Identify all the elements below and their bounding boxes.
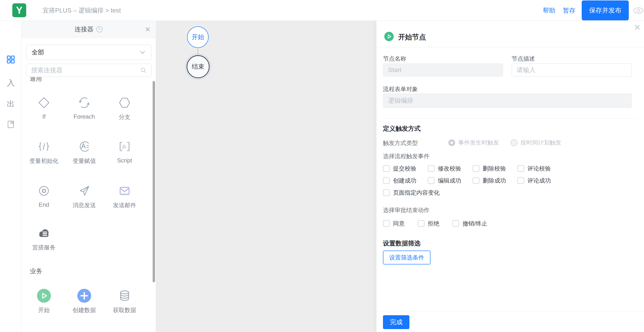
- rail-notes-tab[interactable]: [0, 120, 22, 129]
- checkbox-agree[interactable]: 同意: [383, 220, 405, 227]
- connector-item-send-mail[interactable]: 发送邮件: [104, 183, 145, 209]
- section-general-clipped: 通用: [30, 77, 42, 82]
- connector-panel-close-icon[interactable]: ✕: [145, 21, 150, 38]
- canvas-start-node[interactable]: 开始: [187, 26, 208, 48]
- connector-item-start[interactable]: 开始: [24, 288, 64, 314]
- checkbox-icon: [452, 220, 459, 227]
- connector-item-script[interactable]: fx Script: [104, 139, 145, 165]
- checkbox-icon: [383, 189, 390, 196]
- start-node-inspector: ✕ 开始节点 节点名称 节点描述 流程表单对象 定义触发方式 触发方式类型 事件…: [376, 21, 644, 332]
- input-glyph-icon: 入: [7, 78, 14, 88]
- connector-item-yida-service[interactable]: 宜搭服务: [24, 226, 64, 251]
- checkbox-submit-validate[interactable]: 提交校验: [383, 165, 428, 172]
- connector-item-branch[interactable]: 分支: [104, 95, 145, 121]
- assign-icon: [78, 140, 91, 153]
- checkbox-icon: [383, 165, 390, 172]
- filter-heading: 设置数据筛选: [383, 239, 420, 248]
- approval-label: 选择审批结束动作: [383, 206, 430, 214]
- radio-selected-icon: [448, 139, 455, 146]
- checkbox-page-content-change[interactable]: 页面指定内容变化: [383, 189, 428, 196]
- checkbox-icon: [418, 220, 424, 227]
- braces-icon: [38, 140, 50, 153]
- connector-row: 开始 创建数据 获取数据: [24, 288, 145, 314]
- radio-event-trigger: 事件发生时触发: [448, 139, 499, 147]
- connector-item-message-send[interactable]: 消息发送: [64, 183, 104, 209]
- output-glyph-icon: 出: [7, 99, 14, 109]
- rail-output-tab[interactable]: 出: [0, 99, 22, 109]
- flow-canvas[interactable]: 开始 结束: [156, 21, 376, 332]
- chevron-down-icon: [139, 50, 146, 55]
- set-filter-button[interactable]: 设置筛选条件: [383, 251, 430, 264]
- save-draft-link[interactable]: 暂存: [563, 0, 576, 21]
- node-desc-input[interactable]: [512, 64, 632, 77]
- inspector-close-icon[interactable]: ✕: [634, 23, 641, 32]
- connector-item-foreach[interactable]: Foreach: [64, 95, 104, 121]
- trigger-heading: 定义触发方式: [383, 124, 420, 133]
- paper-plane-icon: [78, 184, 91, 197]
- checkbox-icon: [383, 177, 390, 184]
- mail-envelope-icon: [118, 184, 131, 197]
- connector-panel: 连接器 ? ✕ 全部 通用 If Foreach 分支: [22, 21, 156, 332]
- checkbox-comment-success[interactable]: 评论成功: [518, 177, 562, 184]
- foreach-loop-icon: [78, 96, 91, 109]
- divider: [376, 312, 644, 312]
- end-stop-icon: [38, 184, 50, 197]
- checkbox-modify-validate[interactable]: 修改校验: [428, 165, 472, 172]
- connector-item-var-init[interactable]: 变量初始化: [24, 139, 64, 165]
- yida-logo-icon: Y: [12, 3, 26, 17]
- breadcrumb: 宜搭PLUS – 逻辑编排 > test: [42, 0, 121, 21]
- connector-item-if[interactable]: If: [24, 95, 64, 121]
- checkbox-reject[interactable]: 拒绝: [418, 220, 440, 227]
- preview-eye-icon[interactable]: [633, 7, 644, 14]
- branch-hexagon-icon: [118, 96, 131, 109]
- done-button[interactable]: 完成: [383, 315, 410, 329]
- connector-item-get-data[interactable]: 获取数据: [104, 288, 145, 314]
- connector-panel-title: 连接器: [74, 25, 94, 33]
- checkbox-edit-success[interactable]: 编辑成功: [428, 177, 472, 184]
- connector-item-create-data[interactable]: 创建数据: [64, 288, 104, 314]
- inspector-title: 开始节点: [398, 32, 426, 42]
- divider: [376, 47, 644, 47]
- checkbox-create-success[interactable]: 创建成功: [383, 177, 428, 184]
- save-publish-button[interactable]: 保存并发布: [582, 0, 629, 20]
- form-object-input: [383, 94, 632, 108]
- app-root: Y 宜搭PLUS – 逻辑编排 > test 帮助 暂存 保存并发布 入 出: [0, 0, 644, 332]
- plus-icon: [77, 289, 91, 303]
- left-icon-rail: 入 出: [0, 21, 22, 332]
- checkbox-revoke-terminate[interactable]: 撤销/终止: [452, 220, 487, 227]
- connector-row: 宜搭服务: [24, 226, 145, 251]
- start-node-play-icon: [384, 32, 394, 41]
- category-dropdown[interactable]: 全部: [26, 45, 152, 60]
- svg-text:?: ?: [98, 27, 100, 31]
- events-label: 选择流程触发事件: [383, 152, 430, 160]
- checkbox-icon: [518, 177, 524, 184]
- fx-script-icon: fx: [118, 140, 131, 153]
- connector-row: 变量初始化 变量赋值 fx Script: [24, 139, 145, 165]
- trigger-type-label: 触发方式类型: [383, 139, 418, 147]
- radio-schedule-trigger: 按时间计划触发: [511, 139, 561, 147]
- search-icon: [140, 67, 147, 74]
- connector-row: If Foreach 分支: [24, 95, 145, 121]
- category-dropdown-value: 全部: [32, 48, 139, 57]
- help-circle-icon[interactable]: ?: [96, 26, 103, 33]
- connector-item-var-assign[interactable]: 变量赋值: [64, 139, 104, 165]
- radio-unselected-icon: [511, 139, 518, 146]
- checkbox-icon: [472, 177, 479, 184]
- node-desc-label: 节点描述: [512, 55, 535, 63]
- start-play-icon: [37, 289, 51, 303]
- connector-item-end[interactable]: End: [24, 183, 64, 209]
- if-diamond-icon: [38, 96, 50, 109]
- connector-scrollbar[interactable]: [152, 81, 155, 282]
- canvas-end-node[interactable]: 结束: [187, 55, 210, 78]
- checkbox-icon: [472, 165, 479, 172]
- connector-search-input[interactable]: [31, 67, 140, 74]
- node-name-label: 节点名称: [383, 55, 406, 63]
- checkbox-delete-validate[interactable]: 删除校验: [472, 165, 518, 172]
- rail-input-tab[interactable]: 入: [0, 78, 22, 88]
- checkbox-delete-success[interactable]: 删除成功: [472, 177, 518, 184]
- checkbox-comment-validate[interactable]: 评论校验: [518, 165, 562, 172]
- help-link[interactable]: 帮助: [543, 0, 555, 21]
- checkbox-icon: [518, 165, 524, 172]
- approval-options-group: 同意 拒绝 撤销/终止: [383, 220, 584, 227]
- event-options-group: 提交校验 修改校验 删除校验 评论校验 创建成功 编辑成功 删除成功 评论成功 …: [383, 165, 569, 201]
